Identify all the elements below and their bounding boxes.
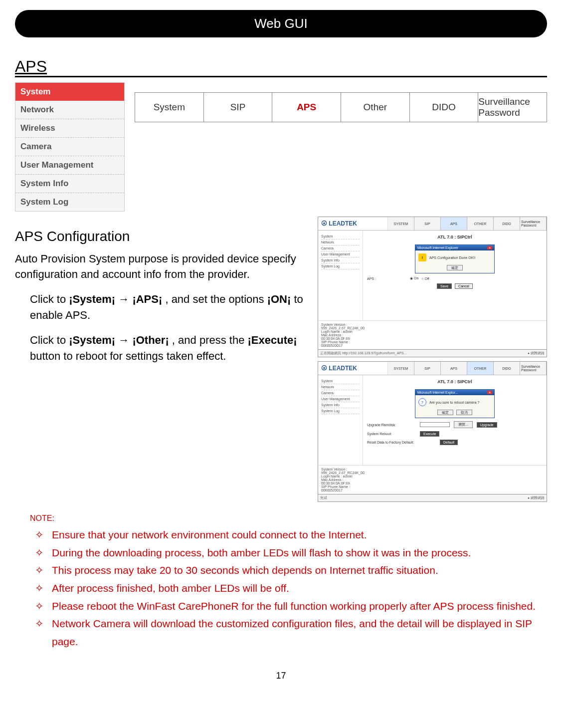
file-input[interactable]: [420, 422, 450, 427]
cancel-button[interactable]: Cancel: [455, 283, 473, 289]
status-text: 正在開啟網頁 http://192.168.128.97/gofrom/form…: [320, 351, 407, 356]
radio-off[interactable]: ○ Off: [421, 277, 429, 280]
ss-tab[interactable]: OTHER: [467, 217, 494, 230]
logo: ⦿ LEADTEK: [318, 217, 388, 230]
note-item: Ensure that your network environment cou…: [35, 526, 547, 544]
tab-surv-password[interactable]: Surveillance Password: [478, 93, 547, 122]
screenshots-column: ⦿ LEADTEK SYSTEM SIP APS OTHER DIDO Surv…: [318, 217, 547, 506]
close-icon[interactable]: ×: [487, 246, 492, 249]
note-item: This process may take 20 to 30 seconds w…: [35, 561, 547, 579]
sidebar: System Network Wireless Camera User Mana…: [15, 82, 125, 212]
note-item: Network Camera will download the customi…: [35, 615, 547, 650]
sidebar-item-user-mgmt[interactable]: User Management: [15, 156, 124, 175]
status-net: ● 網際網路: [528, 351, 545, 356]
status-net: ● 網際網路: [528, 495, 545, 500]
ss-tab[interactable]: DIDO: [494, 217, 520, 230]
note-item: Please reboot the WinFast CarePhoneR for…: [35, 597, 547, 615]
ss-tab[interactable]: APS: [441, 217, 467, 230]
step-1: Click to ¡System¡ → ¡APS¡ , and set the …: [30, 291, 308, 323]
content-row: APS Configuration Auto Provision System …: [15, 217, 547, 506]
tab-sip[interactable]: SIP: [204, 93, 273, 122]
save-button[interactable]: Save: [437, 283, 452, 289]
confirm-dialog: Microsoft Internet Explor...× ?Are you s…: [415, 389, 495, 418]
note-list: Ensure that your network environment cou…: [35, 526, 547, 651]
execute-button[interactable]: Execute: [420, 431, 439, 437]
step-2: Click to ¡System¡ → ¡Other¡ , and press …: [30, 332, 308, 364]
ss-title: ATL 7.0 : SIPCtrl: [367, 379, 543, 384]
browse-button[interactable]: 瀏覽...: [454, 421, 473, 428]
tabbar: System SIP APS Other DIDO Surveillance P…: [135, 92, 547, 122]
screenshot-other: ⦿ LEADTEK SYSTEM SIP APS OTHER DIDO Surv…: [318, 361, 547, 502]
ss-tab[interactable]: SIP: [414, 362, 441, 375]
ss-sidebar: System Network Camera User Management Sy…: [318, 375, 363, 465]
sidebar-item-system-log[interactable]: System Log: [15, 193, 124, 211]
upgrade-button[interactable]: Upgrade: [477, 422, 497, 428]
screenshot-aps: ⦿ LEADTEK SYSTEM SIP APS OTHER DIDO Surv…: [318, 217, 547, 357]
tab-system[interactable]: System: [135, 93, 204, 122]
ss-tab[interactable]: Surveillance Password: [520, 217, 547, 230]
text-column: APS Configuration Auto Provision System …: [15, 217, 308, 373]
ss-tab[interactable]: SYSTEM: [388, 362, 414, 375]
overview-row: System Network Wireless Camera User Mana…: [15, 82, 547, 212]
page-header: Web GUI: [15, 10, 547, 37]
subheading: APS Configuration: [15, 227, 308, 247]
radio-on[interactable]: ◉ On: [410, 276, 418, 280]
system-info-block: System Version : 999_2426_2.67_RC24K_00 …: [318, 320, 547, 349]
intro-text: Auto Provision System purpose is provide…: [15, 251, 308, 283]
ss-tab[interactable]: Surveillance Password: [520, 362, 547, 375]
ss-tab[interactable]: DIDO: [494, 362, 520, 375]
close-icon[interactable]: ×: [487, 391, 492, 394]
tab-other[interactable]: Other: [341, 93, 410, 122]
ss-tab[interactable]: OTHER: [467, 362, 494, 375]
page-number: 17: [15, 671, 547, 681]
question-icon: ?: [418, 398, 426, 406]
sidebar-item-network[interactable]: Network: [15, 101, 124, 119]
tab-aps[interactable]: APS: [272, 93, 341, 122]
warning-icon: !: [418, 253, 426, 261]
note-label: NOTE:: [30, 514, 547, 523]
ss-tab[interactable]: SYSTEM: [388, 217, 414, 230]
alert-dialog: Microsoft Internet Explorer× !APS Config…: [415, 244, 495, 273]
ok-button[interactable]: 確定: [447, 265, 463, 270]
logo: ⦿ LEADTEK: [318, 362, 388, 375]
note-item: After process finished, both amber LEDs …: [35, 579, 547, 597]
ss-tab[interactable]: SIP: [414, 217, 441, 230]
sidebar-item-wireless[interactable]: Wireless: [15, 119, 124, 138]
status-text: 完成: [320, 495, 327, 500]
sidebar-item-system[interactable]: System: [15, 83, 124, 101]
ss-title: ATL 7.0 : SIPCtrl: [367, 235, 543, 240]
ok-button[interactable]: 確定: [437, 410, 453, 415]
sidebar-item-system-info[interactable]: System Info: [15, 175, 124, 193]
system-info-block: System Version : 999_2426_2.67_RC24K_00 …: [318, 465, 547, 494]
ss-tab[interactable]: APS: [441, 362, 467, 375]
sidebar-item-camera[interactable]: Camera: [15, 138, 124, 156]
default-button[interactable]: Default: [440, 440, 458, 445]
section-title: APS: [15, 57, 547, 77]
ss-sidebar: System Network Camera User Management Sy…: [318, 231, 363, 320]
tab-dido[interactable]: DIDO: [410, 93, 479, 122]
note-item: During the downloading process, both amb…: [35, 544, 547, 562]
cancel-button[interactable]: 取消: [456, 410, 472, 415]
